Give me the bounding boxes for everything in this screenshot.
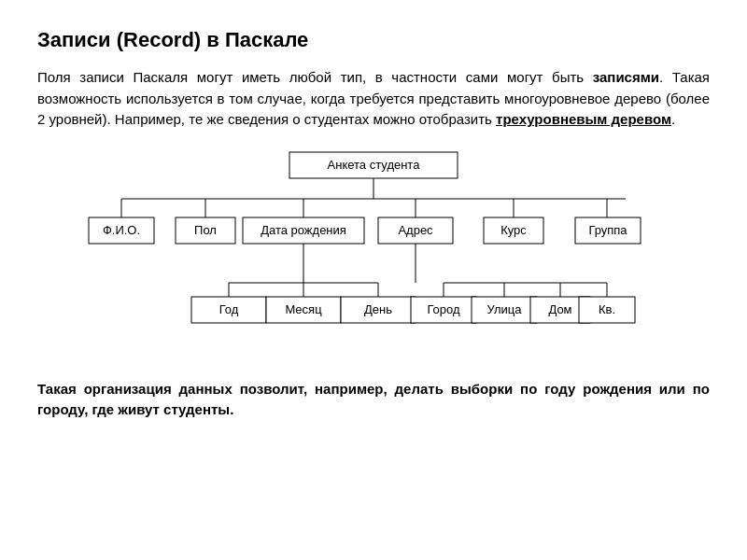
svg-text:Пол: Пол — [194, 223, 217, 237]
intro-bold-underline-word: трехуровневым деревом — [496, 111, 671, 127]
tree-svg: Анкета студента Ф.И.О. Пол Дата рождения… — [84, 147, 663, 362]
svg-text:День: День — [364, 302, 392, 316]
svg-text:Кв.: Кв. — [599, 302, 615, 316]
page-title: Записи (Record) в Паскале — [37, 28, 710, 52]
intro-bold-word: записями — [593, 69, 659, 85]
svg-text:Анкета студента: Анкета студента — [328, 158, 421, 172]
footer-text: Такая организация данных позволит, напри… — [37, 379, 710, 421]
tree-diagram: Анкета студента Ф.И.О. Пол Дата рождения… — [84, 147, 663, 362]
svg-text:Год: Год — [219, 302, 239, 316]
svg-text:Дата рождения: Дата рождения — [261, 223, 346, 237]
svg-text:Адрес: Адрес — [398, 223, 433, 237]
svg-text:Группа: Группа — [588, 223, 627, 237]
svg-text:Дом: Дом — [548, 302, 571, 316]
intro-part3: . — [671, 111, 675, 127]
svg-text:Город: Город — [427, 302, 460, 316]
svg-text:Курс: Курс — [500, 223, 527, 237]
svg-text:Месяц: Месяц — [285, 302, 322, 316]
intro-part1: Поля записи Паскаля могут иметь любой ти… — [37, 69, 593, 85]
intro-paragraph: Поля записи Паскаля могут иметь любой ти… — [37, 67, 710, 131]
svg-text:Улица: Улица — [487, 302, 523, 316]
svg-text:Ф.И.О.: Ф.И.О. — [103, 223, 140, 237]
